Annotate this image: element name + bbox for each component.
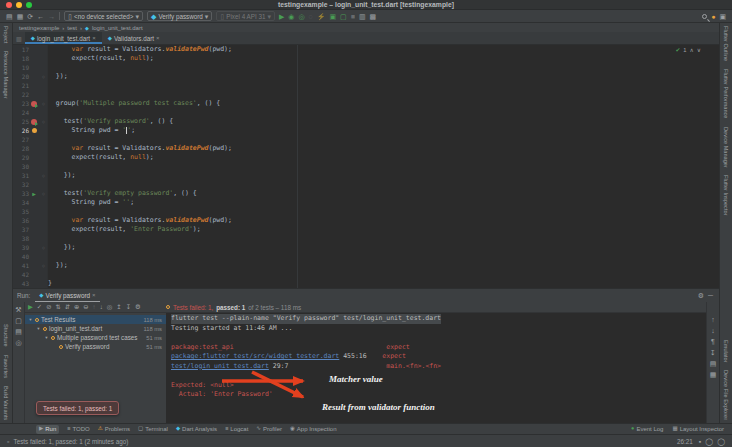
search-everywhere-icon[interactable]	[702, 14, 707, 19]
clear-console-icon[interactable]: ▦	[710, 371, 717, 378]
stop-icon[interactable]: ■	[351, 13, 355, 20]
editor-line[interactable]: 24	[13, 108, 719, 117]
save-all-icon[interactable]: ▦	[17, 13, 24, 20]
breadcrumb-item[interactable]: test	[67, 25, 77, 31]
editor-line[interactable]: 33▶○ test('Verify empty password', () {	[13, 189, 719, 198]
minimize-window-button[interactable]	[16, 2, 22, 8]
stripe-button[interactable]: Flutter Outline	[723, 26, 729, 61]
maximize-window-button[interactable]	[26, 2, 32, 8]
run-console[interactable]: flutter test --plain-name "Verify passwo…	[166, 313, 706, 423]
stripe-button[interactable]: Flutter Inspector	[723, 175, 729, 215]
editor-line[interactable]: 41○ });	[13, 261, 719, 270]
sync-icon[interactable]: ⟳	[27, 13, 33, 20]
editor-tab[interactable]: ◆login_unit_test.dart×	[25, 32, 102, 44]
fold-marker[interactable]: ○	[39, 99, 48, 108]
editor-line[interactable]: 40	[13, 252, 719, 261]
close-window-button[interactable]	[6, 2, 12, 8]
editor-line[interactable]: 34 String pwd = '';	[13, 198, 719, 207]
stripe-button[interactable]: Resource Manager	[3, 51, 9, 99]
toolwindow-button-terminal[interactable]: ▢Terminal	[138, 425, 168, 434]
editor-line[interactable]: 17 var result = Validators.validatePwd(p…	[13, 45, 719, 54]
close-icon[interactable]: ×	[156, 35, 160, 41]
debug-icon[interactable]: ◉	[288, 13, 294, 20]
coverage-icon[interactable]: ◌	[309, 13, 313, 20]
hot-reload-icon[interactable]: ⚡	[317, 13, 326, 20]
toolwindow-button-todo[interactable]: ≡TODO	[67, 425, 89, 434]
close-icon[interactable]: ×	[92, 292, 96, 298]
previous-failed-icon[interactable]: ↑	[93, 304, 96, 310]
gradle-sync-icon[interactable]: ●	[711, 13, 715, 20]
tree-chevron-icon[interactable]: ▾	[44, 335, 49, 340]
device-manager-icon[interactable]: ▢	[340, 13, 347, 20]
editor-tab[interactable]: ◆Validators.dart×	[102, 32, 166, 44]
lock-icon[interactable]: ▪	[699, 438, 701, 445]
stripe-button[interactable]: Emulator	[723, 340, 729, 362]
toolwindow-button-layout-inspector[interactable]: ▦Layout Inspector	[672, 425, 724, 434]
scroll-to-end-icon[interactable]: ↧	[710, 349, 716, 356]
sdk-manager-icon[interactable]: ▩	[370, 13, 377, 20]
editor-line[interactable]: 43}	[13, 279, 719, 288]
print-icon[interactable]: ▤	[710, 360, 717, 367]
editor-line[interactable]: 21	[13, 81, 719, 90]
attach-debugger-icon[interactable]: ▣	[329, 13, 336, 20]
editor-line[interactable]: 22	[13, 90, 719, 99]
editor-line[interactable]: 36 var result = Validators.validatePwd(p…	[13, 216, 719, 225]
next-problem-icon[interactable]: ∨	[697, 47, 701, 53]
editor-line[interactable]: 20○ });	[13, 72, 719, 81]
code-editor[interactable]: 17 var result = Validators.validatePwd(p…	[13, 45, 719, 288]
failed-test-icon[interactable]	[31, 101, 37, 107]
editor-line[interactable]: 19	[13, 63, 719, 72]
sort-by-duration-icon[interactable]: ⇵	[65, 304, 70, 310]
test-tree-row[interactable]: ▾Test Results118 ms	[25, 315, 166, 324]
show-ignored-icon[interactable]: ⊘	[46, 304, 51, 310]
tab-list-icon[interactable]: ▥	[13, 32, 25, 44]
editor-line[interactable]: 29 expect(result, null);	[13, 153, 719, 162]
open-folder-icon[interactable]: ▤	[6, 13, 13, 20]
soft-wrap-icon[interactable]: ¶	[711, 338, 715, 345]
editor-line[interactable]: 37 expect(result, 'Enter Password');	[13, 225, 719, 234]
editor-line[interactable]: 26 String pwd = '';	[13, 126, 719, 135]
hide-panel-icon[interactable]: ─	[708, 292, 713, 299]
editor-line[interactable]: 28 var result = Validators.validatePwd(p…	[13, 144, 719, 153]
intention-bulb-icon[interactable]	[32, 128, 37, 133]
editor-line[interactable]: 27	[13, 135, 719, 144]
breadcrumb-item[interactable]: testingexample	[19, 25, 59, 31]
toolwindow-button-event-log[interactable]: ●Event Log	[631, 425, 663, 434]
editor-line[interactable]: 38	[13, 234, 719, 243]
filter-icon[interactable]: ◎	[107, 304, 113, 310]
toolwindow-button-logcat[interactable]: ≡Logcat	[225, 425, 248, 434]
toolwindow-button-app-inspection[interactable]: ◉App Inspection	[290, 425, 337, 434]
show-passed-icon[interactable]: ✓	[37, 304, 42, 310]
stripe-button[interactable]: Device Manager	[723, 127, 729, 168]
stripe-button[interactable]: Favorites	[3, 355, 9, 378]
export-results-icon[interactable]: ↧	[126, 304, 131, 310]
scroll-up-icon[interactable]: ↑	[711, 316, 715, 323]
toolwindow-button-problems[interactable]: ⚠Problems	[98, 425, 130, 434]
stripe-button[interactable]: Build Variants	[3, 386, 9, 420]
rerun-tests-icon[interactable]: ▶	[28, 304, 33, 310]
device-selector-dropdown[interactable]: ▯ <no device selected> ▾	[64, 11, 143, 21]
stripe-button[interactable]: Structure	[3, 324, 9, 347]
test-tree-row[interactable]: ▾login_unit_test.dart118 ms	[25, 324, 166, 333]
status-message[interactable]: Tests failed: 1, passed: 1 (2 minutes ag…	[13, 438, 128, 445]
breadcrumb-item[interactable]: login_unit_test.dart	[92, 25, 143, 31]
run-test-icon[interactable]: ▶	[32, 189, 36, 198]
editor-line[interactable]: 30	[13, 162, 719, 171]
avd-manager-icon[interactable]: ▥	[359, 13, 366, 20]
run-tab-verify-password[interactable]: ◆ Verify password ×	[35, 289, 99, 302]
console-link[interactable]: test/login_unit_test.dart	[171, 362, 269, 370]
test-settings-icon[interactable]: ⚙	[135, 304, 141, 310]
fold-marker[interactable]: ○	[39, 117, 48, 126]
pin-tab-icon[interactable]: ◎	[15, 339, 21, 346]
stripe-button[interactable]: Flutter Performance	[723, 69, 729, 118]
prev-problem-icon[interactable]: ∧	[690, 47, 694, 53]
sort-alphabetically-icon[interactable]: ⇅	[55, 304, 60, 310]
stripe-button[interactable]: Project	[3, 26, 9, 43]
editor-line[interactable]: 31○ });	[13, 171, 719, 180]
caret-position[interactable]: 26:21	[677, 438, 693, 445]
stripe-button[interactable]: Device File Explorer	[723, 370, 729, 420]
run-config-dropdown[interactable]: ◆ Verify password ▾	[147, 11, 212, 21]
fold-marker[interactable]: ○	[39, 171, 48, 180]
fold-marker[interactable]: ○	[39, 189, 48, 198]
expand-all-icon[interactable]: ⊕	[74, 304, 79, 310]
